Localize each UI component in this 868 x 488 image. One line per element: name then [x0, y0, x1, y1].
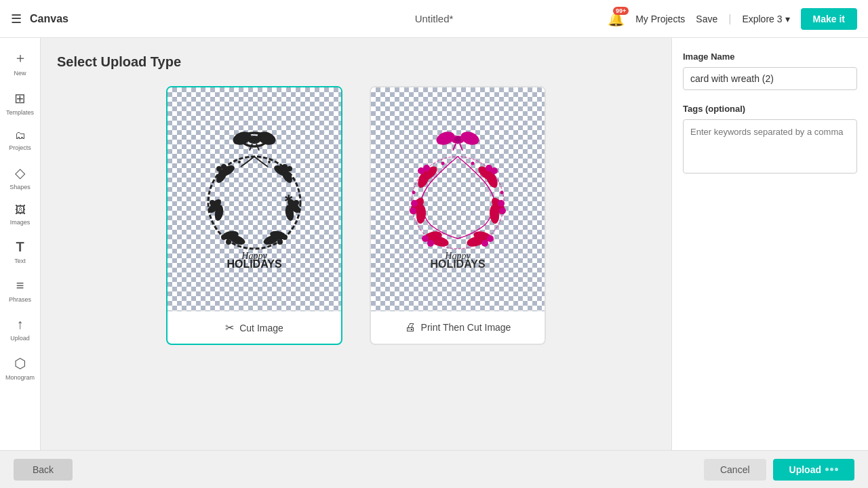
svg-point-17: [208, 207, 214, 212]
explore-label: Explore 3: [742, 14, 782, 24]
image-name-input[interactable]: [683, 67, 857, 90]
sidebar-label-phrases: Phrases: [9, 296, 31, 303]
cut-image-checker-bg: ✱ · · Happy HOLIDAYS: [167, 87, 341, 311]
main-layout: ＋ New ⊞ Templates 🗂 Projects ◇ Shapes 🖼 …: [0, 38, 868, 450]
sidebar-item-new[interactable]: ＋ New: [0, 43, 40, 82]
svg-line-42: [453, 144, 456, 150]
svg-point-13: [287, 166, 292, 171]
topbar: ☰ Canvas Untitled* 🔔 99+ My Projects Sav…: [0, 0, 868, 38]
sidebar-label-upload: Upload: [10, 335, 30, 342]
bottom-right-actions: Cancel Upload: [704, 459, 854, 481]
print-then-cut-card[interactable]: Happy HOLIDAYS 🖨 Print Then Cut Image: [370, 86, 546, 345]
svg-point-10: [221, 164, 226, 169]
printer-icon: 🖨: [405, 321, 416, 333]
svg-point-25: [226, 239, 231, 245]
sidebar-label-monogram: Monogram: [5, 374, 35, 381]
text-icon: T: [16, 239, 24, 255]
svg-point-72: [412, 191, 416, 195]
svg-point-56: [411, 200, 418, 207]
sidebar-label-templates: Templates: [6, 109, 34, 116]
svg-text:HOLIDAYS: HOLIDAYS: [226, 258, 282, 270]
upload-icon: ↑: [17, 317, 24, 332]
topbar-right: 🔔 99+ My Projects Save | Explore 3 ▾ Mak…: [608, 8, 857, 30]
projects-icon: 🗂: [15, 129, 26, 142]
svg-point-52: [486, 165, 492, 171]
sidebar-item-projects[interactable]: 🗂 Projects: [0, 124, 40, 157]
templates-icon: ⊞: [14, 90, 26, 106]
sidebar-item-upload[interactable]: ↑ Upload: [0, 311, 40, 347]
document-title: Untitled*: [415, 13, 454, 24]
svg-point-31: [238, 161, 241, 163]
print-then-cut-text: Print Then Cut Image: [421, 322, 511, 333]
cut-image-preview: ✱ · · Happy HOLIDAYS: [167, 87, 341, 311]
tags-input[interactable]: [683, 119, 857, 174]
print-then-cut-preview: Happy HOLIDAYS: [371, 87, 545, 311]
sidebar-item-images[interactable]: 🖼 Images: [0, 199, 40, 231]
sidebar-label-projects: Projects: [9, 144, 31, 151]
svg-point-2: [231, 129, 253, 147]
notification-badge: 99+: [613, 7, 629, 15]
sidebar: ＋ New ⊞ Templates 🗂 Projects ◇ Shapes 🖼 …: [0, 38, 41, 450]
print-then-cut-label: 🖨 Print Then Cut Image: [371, 311, 545, 343]
upload-progress-dots: [825, 468, 838, 471]
menu-icon[interactable]: ☰: [11, 12, 22, 26]
svg-point-30: [282, 235, 288, 240]
sidebar-item-phrases[interactable]: ≡ Phrases: [0, 272, 40, 308]
svg-point-69: [441, 162, 445, 165]
make-it-button[interactable]: Make it: [801, 8, 857, 30]
sidebar-label-images: Images: [10, 219, 31, 226]
sidebar-item-templates[interactable]: ⊞ Templates: [0, 85, 40, 121]
svg-point-64: [422, 235, 429, 242]
upload-button-label: Upload: [789, 464, 821, 475]
save-link[interactable]: Save: [696, 14, 717, 24]
svg-point-3: [256, 129, 277, 147]
svg-point-29: [277, 239, 283, 245]
back-button[interactable]: Back: [14, 459, 73, 481]
notification-bell[interactable]: 🔔 99+: [608, 11, 625, 27]
svg-point-63: [427, 240, 434, 247]
sidebar-item-monogram[interactable]: ⬡ Monogram: [0, 350, 40, 386]
cut-image-text: Cut Image: [239, 323, 283, 333]
upload-button[interactable]: Upload: [773, 459, 854, 481]
svg-text:·: ·: [219, 195, 221, 205]
image-name-label: Image Name: [683, 52, 857, 62]
svg-point-55: [410, 207, 416, 214]
svg-point-70: [471, 162, 475, 165]
svg-line-43: [460, 144, 462, 150]
monogram-icon: ⬡: [14, 355, 26, 371]
right-panel: Image Name Tags (optional): [671, 38, 868, 450]
sidebar-item-text[interactable]: T Text: [0, 234, 40, 270]
my-projects-link[interactable]: My Projects: [635, 14, 685, 24]
svg-point-48: [423, 165, 430, 171]
chevron-down-icon: ▾: [785, 14, 790, 24]
cut-image-label: ✂ Cut Image: [167, 311, 341, 344]
dot-1: [825, 468, 829, 471]
cut-image-svg: ✱ · · Happy HOLIDAYS: [186, 125, 322, 274]
dot-2: [830, 468, 833, 471]
images-icon: 🖼: [15, 204, 26, 216]
svg-point-59: [499, 207, 506, 214]
svg-point-41: [454, 136, 461, 143]
cancel-button[interactable]: Cancel: [704, 459, 766, 481]
svg-point-26: [221, 235, 226, 240]
sidebar-label-new: New: [14, 70, 26, 77]
topbar-left: ☰ Canvas: [11, 12, 68, 26]
new-icon: ＋: [14, 49, 27, 67]
sidebar-item-shapes[interactable]: ◇ Shapes: [0, 159, 40, 196]
bottom-bar: Back Cancel Upload: [0, 450, 868, 488]
svg-point-14: [282, 164, 288, 169]
sidebar-label-text: Text: [14, 258, 26, 264]
svg-point-67: [481, 240, 488, 247]
svg-point-9: [216, 166, 222, 171]
scissors-icon: ✂: [225, 321, 234, 334]
svg-point-71: [500, 191, 504, 195]
print-cut-svg: Happy HOLIDAYS: [390, 125, 526, 274]
explore-button[interactable]: Explore 3 ▾: [742, 14, 789, 24]
cut-image-card[interactable]: ✱ · · Happy HOLIDAYS ✂ Cut Image: [166, 86, 342, 345]
nav-divider: |: [728, 13, 731, 25]
svg-text:✱: ✱: [284, 193, 293, 205]
content-area: Select Upload Type: [41, 38, 671, 450]
phrases-icon: ≡: [16, 278, 24, 293]
upload-cards: ✱ · · Happy HOLIDAYS ✂ Cut Image: [57, 86, 655, 345]
svg-point-18: [210, 200, 215, 205]
